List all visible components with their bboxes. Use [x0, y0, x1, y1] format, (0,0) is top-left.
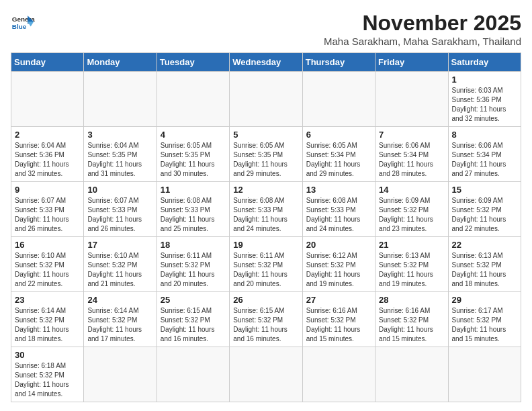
calendar-day-cell: [157, 72, 229, 127]
column-header-wednesday: Wednesday: [230, 53, 302, 72]
day-info: Sunrise: 6:10 AMSunset: 5:32 PMDaylight:…: [87, 251, 152, 289]
calendar-week-row: 9Sunrise: 6:07 AMSunset: 5:33 PMDaylight…: [11, 182, 521, 237]
day-number: 27: [306, 295, 371, 305]
calendar-day-cell: [375, 347, 448, 402]
day-info: Sunrise: 6:08 AMSunset: 5:33 PMDaylight:…: [161, 196, 226, 234]
month-title: November 2025: [324, 11, 521, 36]
day-number: 10: [87, 185, 152, 195]
day-number: 21: [379, 240, 444, 250]
column-header-thursday: Thursday: [302, 53, 375, 72]
day-number: 11: [161, 185, 226, 195]
day-info: Sunrise: 6:16 AMSunset: 5:32 PMDaylight:…: [306, 306, 371, 344]
day-number: 22: [452, 240, 517, 250]
calendar-day-cell: [230, 72, 302, 127]
day-number: 18: [161, 240, 226, 250]
day-number: 23: [15, 295, 80, 305]
calendar-day-cell: 3Sunrise: 6:04 AMSunset: 5:35 PMDaylight…: [84, 127, 157, 182]
title-area: November 2025 Maha Sarakham, Maha Sarakh…: [324, 11, 521, 47]
calendar-day-cell: [375, 72, 448, 127]
day-number: 25: [161, 295, 226, 305]
calendar-day-cell: 12Sunrise: 6:08 AMSunset: 5:33 PMDayligh…: [230, 182, 302, 237]
day-number: 4: [161, 130, 226, 140]
calendar-day-cell: 22Sunrise: 6:13 AMSunset: 5:32 PMDayligh…: [448, 237, 521, 292]
calendar-day-cell: 28Sunrise: 6:16 AMSunset: 5:32 PMDayligh…: [375, 292, 448, 347]
day-info: Sunrise: 6:14 AMSunset: 5:32 PMDaylight:…: [87, 306, 152, 344]
calendar-table: SundayMondayTuesdayWednesdayThursdayFrid…: [11, 52, 521, 402]
day-info: Sunrise: 6:12 AMSunset: 5:32 PMDaylight:…: [306, 251, 371, 289]
calendar-day-cell: 15Sunrise: 6:09 AMSunset: 5:32 PMDayligh…: [448, 182, 521, 237]
calendar-day-cell: [448, 347, 521, 402]
column-header-tuesday: Tuesday: [157, 53, 229, 72]
column-header-saturday: Saturday: [448, 53, 521, 72]
day-info: Sunrise: 6:11 AMSunset: 5:32 PMDaylight:…: [161, 251, 226, 289]
day-number: 14: [379, 185, 444, 195]
day-info: Sunrise: 6:09 AMSunset: 5:32 PMDaylight:…: [452, 196, 517, 234]
day-number: 12: [233, 185, 298, 195]
calendar-day-cell: 13Sunrise: 6:08 AMSunset: 5:33 PMDayligh…: [302, 182, 375, 237]
day-number: 24: [87, 295, 152, 305]
svg-text:Blue: Blue: [12, 23, 27, 30]
logo-icon: General Blue: [11, 11, 35, 35]
calendar-day-cell: 9Sunrise: 6:07 AMSunset: 5:33 PMDaylight…: [11, 182, 84, 237]
page-header: General Blue November 2025 Maha Sarakham…: [11, 11, 521, 47]
calendar-day-cell: 27Sunrise: 6:16 AMSunset: 5:32 PMDayligh…: [302, 292, 375, 347]
calendar-day-cell: 8Sunrise: 6:06 AMSunset: 5:34 PMDaylight…: [448, 127, 521, 182]
calendar-day-cell: 29Sunrise: 6:17 AMSunset: 5:32 PMDayligh…: [448, 292, 521, 347]
calendar-day-cell: [157, 347, 229, 402]
day-info: Sunrise: 6:14 AMSunset: 5:32 PMDaylight:…: [15, 306, 80, 344]
day-number: 19: [233, 240, 298, 250]
day-number: 13: [306, 185, 371, 195]
calendar-day-cell: 17Sunrise: 6:10 AMSunset: 5:32 PMDayligh…: [84, 237, 157, 292]
day-info: Sunrise: 6:03 AMSunset: 5:36 PMDaylight:…: [452, 86, 517, 124]
svg-marker-3: [28, 21, 34, 26]
calendar-day-cell: 21Sunrise: 6:13 AMSunset: 5:32 PMDayligh…: [375, 237, 448, 292]
day-info: Sunrise: 6:11 AMSunset: 5:32 PMDaylight:…: [233, 251, 298, 289]
day-number: 20: [306, 240, 371, 250]
calendar-day-cell: [11, 72, 84, 127]
calendar-day-cell: 26Sunrise: 6:15 AMSunset: 5:32 PMDayligh…: [230, 292, 302, 347]
day-number: 15: [452, 185, 517, 195]
calendar-day-cell: [84, 347, 157, 402]
calendar-day-cell: 30Sunrise: 6:18 AMSunset: 5:32 PMDayligh…: [11, 347, 84, 402]
calendar-day-cell: 23Sunrise: 6:14 AMSunset: 5:32 PMDayligh…: [11, 292, 84, 347]
calendar-week-row: 1Sunrise: 6:03 AMSunset: 5:36 PMDaylight…: [11, 72, 521, 127]
calendar-day-cell: 4Sunrise: 6:05 AMSunset: 5:35 PMDaylight…: [157, 127, 229, 182]
calendar-day-cell: [84, 72, 157, 127]
day-number: 7: [379, 130, 444, 140]
calendar-day-cell: 18Sunrise: 6:11 AMSunset: 5:32 PMDayligh…: [157, 237, 229, 292]
calendar-day-cell: 19Sunrise: 6:11 AMSunset: 5:32 PMDayligh…: [230, 237, 302, 292]
column-header-sunday: Sunday: [11, 53, 84, 72]
calendar-day-cell: 11Sunrise: 6:08 AMSunset: 5:33 PMDayligh…: [157, 182, 229, 237]
day-info: Sunrise: 6:08 AMSunset: 5:33 PMDaylight:…: [233, 196, 298, 234]
day-number: 2: [15, 130, 80, 140]
day-info: Sunrise: 6:04 AMSunset: 5:36 PMDaylight:…: [15, 141, 80, 179]
calendar-day-cell: 1Sunrise: 6:03 AMSunset: 5:36 PMDaylight…: [448, 72, 521, 127]
calendar-day-cell: 20Sunrise: 6:12 AMSunset: 5:32 PMDayligh…: [302, 237, 375, 292]
calendar-day-cell: 25Sunrise: 6:15 AMSunset: 5:32 PMDayligh…: [157, 292, 229, 347]
day-info: Sunrise: 6:05 AMSunset: 5:34 PMDaylight:…: [306, 141, 371, 179]
calendar-day-cell: [230, 347, 302, 402]
day-info: Sunrise: 6:05 AMSunset: 5:35 PMDaylight:…: [161, 141, 226, 179]
day-info: Sunrise: 6:18 AMSunset: 5:32 PMDaylight:…: [15, 361, 80, 399]
calendar-week-row: 30Sunrise: 6:18 AMSunset: 5:32 PMDayligh…: [11, 347, 521, 402]
day-info: Sunrise: 6:16 AMSunset: 5:32 PMDaylight:…: [379, 306, 444, 344]
column-header-friday: Friday: [375, 53, 448, 72]
calendar-day-cell: 7Sunrise: 6:06 AMSunset: 5:34 PMDaylight…: [375, 127, 448, 182]
calendar-week-row: 23Sunrise: 6:14 AMSunset: 5:32 PMDayligh…: [11, 292, 521, 347]
column-header-monday: Monday: [84, 53, 157, 72]
location-title: Maha Sarakham, Maha Sarakham, Thailand: [324, 36, 521, 47]
day-number: 3: [87, 130, 152, 140]
calendar-week-row: 2Sunrise: 6:04 AMSunset: 5:36 PMDaylight…: [11, 127, 521, 182]
calendar-day-cell: [302, 72, 375, 127]
calendar-day-cell: 10Sunrise: 6:07 AMSunset: 5:33 PMDayligh…: [84, 182, 157, 237]
day-number: 17: [87, 240, 152, 250]
calendar-day-cell: 16Sunrise: 6:10 AMSunset: 5:32 PMDayligh…: [11, 237, 84, 292]
calendar-day-cell: 6Sunrise: 6:05 AMSunset: 5:34 PMDaylight…: [302, 127, 375, 182]
day-number: 1: [452, 75, 517, 85]
calendar-day-cell: 24Sunrise: 6:14 AMSunset: 5:32 PMDayligh…: [84, 292, 157, 347]
calendar-day-cell: [302, 347, 375, 402]
day-info: Sunrise: 6:17 AMSunset: 5:32 PMDaylight:…: [452, 306, 517, 344]
calendar-day-cell: 5Sunrise: 6:05 AMSunset: 5:35 PMDaylight…: [230, 127, 302, 182]
day-number: 26: [233, 295, 298, 305]
calendar-header-row: SundayMondayTuesdayWednesdayThursdayFrid…: [11, 53, 521, 72]
